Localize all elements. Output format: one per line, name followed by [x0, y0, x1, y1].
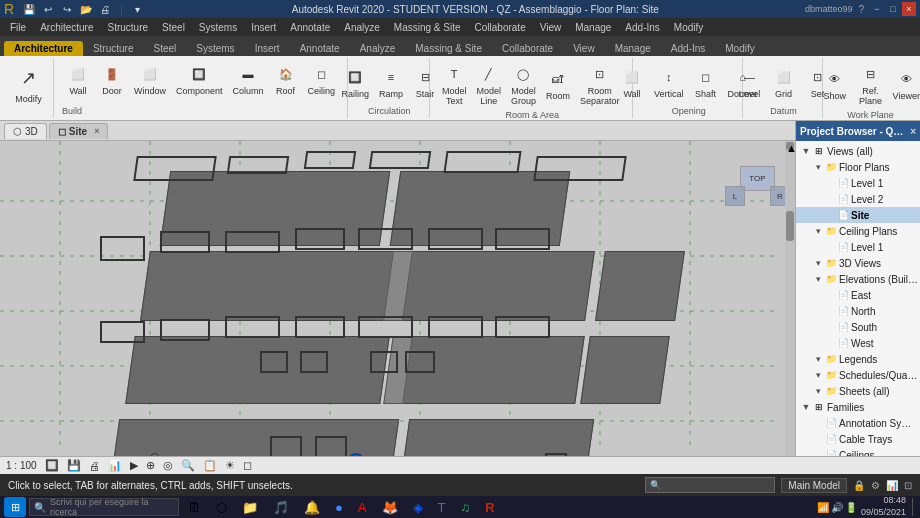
menu-item-insert[interactable]: Insert [245, 21, 282, 34]
show-desktop-btn[interactable] [912, 498, 916, 516]
menu-item-add-ins[interactable]: Add-Ins [619, 21, 665, 34]
column-tool[interactable]: ▬Column [229, 60, 268, 98]
tag-room-tool[interactable]: 🏷TagRoom [438, 110, 470, 121]
model-group-tool[interactable]: ◯ModelGroup [507, 60, 540, 108]
tree-expander[interactable] [824, 209, 836, 221]
door-tool[interactable]: 🚪Door [96, 60, 128, 98]
ribbon-tab-analyze[interactable]: Analyze [350, 41, 406, 56]
close-btn[interactable]: × [902, 2, 916, 16]
tree-expander[interactable] [824, 337, 836, 349]
curtain-grid-tool[interactable]: ⊟CurtainGrid [136, 100, 173, 104]
tree-expander[interactable]: ▾ [812, 353, 824, 365]
btm-icon-9[interactable]: 📋 [203, 459, 217, 472]
ref-plane-tool[interactable]: ⊟Ref. Plane [853, 60, 888, 108]
tree-expander[interactable] [824, 305, 836, 317]
taskbar-edge[interactable]: ⬡ [210, 497, 233, 517]
minimize-btn[interactable]: − [870, 2, 884, 16]
project-tree[interactable]: ▼⊞Views (all)▾📁Floor Plans📄Level 1📄Level… [796, 141, 920, 456]
help-icon[interactable]: ? [858, 4, 864, 15]
vscroll-up[interactable]: ▲ [786, 142, 794, 150]
wall-tool[interactable]: ⬜Wall [62, 60, 94, 98]
status-settings-icon[interactable]: ⚙ [871, 480, 880, 491]
tree-expander[interactable] [812, 449, 824, 456]
menu-item-collaborate[interactable]: Collaborate [469, 21, 532, 34]
level-tool[interactable]: —Level [734, 63, 766, 101]
tree-expander[interactable] [812, 433, 824, 445]
tree-expander[interactable]: ▾ [812, 385, 824, 397]
menu-item-structure[interactable]: Structure [101, 21, 154, 34]
window-tool[interactable]: ⬜Window [130, 60, 170, 98]
ribbon-tab-insert[interactable]: Insert [245, 41, 290, 56]
tree-expander[interactable]: ▼ [800, 145, 812, 157]
btm-icon-7[interactable]: ◎ [163, 459, 173, 472]
vscroll-thumb[interactable] [786, 211, 794, 241]
tree-expander[interactable] [824, 177, 836, 189]
menu-item-manage[interactable]: Manage [569, 21, 617, 34]
component-tool[interactable]: 🔲Component [172, 60, 227, 98]
ribbon-tab-systems[interactable]: Systems [186, 41, 244, 56]
menu-item-steel[interactable]: Steel [156, 21, 191, 34]
qa-save[interactable]: 💾 [21, 1, 37, 17]
qa-open[interactable]: 📂 [78, 1, 94, 17]
qa-redo[interactable]: ↪ [59, 1, 75, 17]
taskbar-spotify[interactable]: ♫ [454, 497, 476, 517]
wall-opening-tool[interactable]: ⬜Wall [616, 63, 648, 101]
viewport-area[interactable]: ⬡ 3D ◻ Site × [0, 121, 795, 456]
tree-item[interactable]: 📄Ceilings [796, 447, 920, 456]
curtain-system-tool[interactable]: ⊞CurtainSystem [96, 100, 134, 104]
tree-item[interactable]: 📄Level 1 [796, 175, 920, 191]
tree-item[interactable]: ▾📁Schedules/Quantities [796, 367, 920, 383]
btm-icon-6[interactable]: ⊕ [146, 459, 155, 472]
menu-item-massing & site[interactable]: Massing & Site [388, 21, 467, 34]
canvas-area[interactable]: ➤ Rex Ducts TOP L R ▲ ▼ [0, 141, 795, 456]
tree-item[interactable]: 📄North [796, 303, 920, 319]
status-search-box[interactable]: 🔍 [645, 477, 775, 493]
ceiling-tool[interactable]: ◻Ceiling [304, 60, 340, 98]
btm-icon-5[interactable]: ▶ [130, 459, 138, 472]
taskbar-chrome[interactable]: ● [329, 497, 349, 517]
taskbar-calendar[interactable]: 🗓 [182, 497, 207, 517]
model-text-tool[interactable]: TModelText [438, 60, 471, 108]
taskbar-wifi[interactable]: 📶 [817, 502, 829, 513]
ribbon-tab-architecture[interactable]: Architecture [4, 41, 83, 56]
tree-item[interactable]: ▾📁Floor Plans [796, 159, 920, 175]
taskbar-volume[interactable]: 🔊 [831, 502, 843, 513]
taskbar-revit[interactable]: R [479, 497, 500, 517]
ribbon-tab-view[interactable]: View [563, 41, 605, 56]
show-tool[interactable]: 👁Show [819, 65, 851, 103]
tree-item[interactable]: 📄South [796, 319, 920, 335]
btm-icon-2[interactable]: 💾 [67, 459, 81, 472]
menu-item-modify[interactable]: Modify [668, 21, 709, 34]
site-tab-close[interactable]: × [94, 126, 99, 136]
status-grid-icon[interactable]: ⊡ [904, 480, 912, 491]
tree-expander[interactable] [824, 289, 836, 301]
btm-icon-3[interactable]: 🖨 [89, 460, 100, 472]
tree-item[interactable]: 📄Cable Trays [796, 431, 920, 447]
ribbon-tab-collaborate[interactable]: Collaborate [492, 41, 563, 56]
tree-expander[interactable] [824, 241, 836, 253]
btm-icon-8[interactable]: 🔍 [181, 459, 195, 472]
qa-undo[interactable]: ↩ [40, 1, 56, 17]
tree-item[interactable]: 📄Site [796, 207, 920, 223]
taskbar-firefox[interactable]: 🦊 [376, 497, 404, 517]
tree-expander[interactable] [824, 321, 836, 333]
menu-item-architecture[interactable]: Architecture [34, 21, 99, 34]
ribbon-tab-add-ins[interactable]: Add-Ins [661, 41, 715, 56]
vertical-opening-tool[interactable]: ↕Vertical [650, 63, 688, 101]
ribbon-tab-structure[interactable]: Structure [83, 41, 144, 56]
btm-sun-icon[interactable]: ☀ [225, 459, 235, 472]
tree-item[interactable]: ▼⊞Views (all) [796, 143, 920, 159]
shaft-tool[interactable]: ◻Shaft [690, 63, 722, 101]
maximize-btn[interactable]: □ [886, 2, 900, 16]
tree-item[interactable]: 📄Level 2 [796, 191, 920, 207]
cube-left[interactable]: L [725, 186, 745, 206]
ramp-tool[interactable]: ≡Ramp [375, 63, 407, 101]
ribbon-tab-manage[interactable]: Manage [605, 41, 661, 56]
tree-item[interactable]: ▼⊞Families [796, 399, 920, 415]
menu-item-view[interactable]: View [534, 21, 568, 34]
grid-tool[interactable]: ⬜Grid [768, 63, 800, 101]
menu-item-file[interactable]: File [4, 21, 32, 34]
status-analytics-icon[interactable]: 📊 [886, 480, 898, 491]
taskbar-music[interactable]: 🎵 [267, 497, 295, 517]
tree-item[interactable]: 📄Level 1 [796, 239, 920, 255]
